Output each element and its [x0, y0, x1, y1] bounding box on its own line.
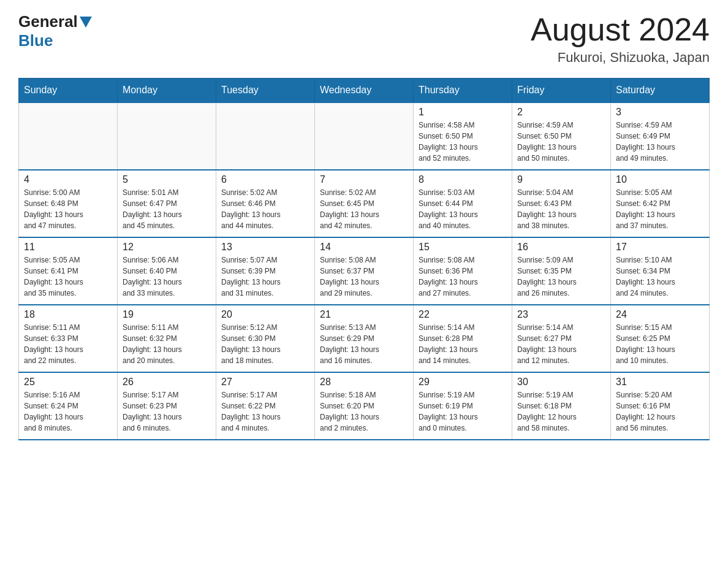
day-number: 23 [517, 309, 605, 320]
calendar-cell: 5Sunrise: 5:01 AM Sunset: 6:47 PM Daylig… [118, 170, 216, 237]
calendar-header-tuesday: Tuesday [216, 79, 315, 103]
day-info: Sunrise: 5:16 AM Sunset: 6:24 PM Dayligh… [24, 389, 112, 434]
day-number: 16 [517, 242, 605, 253]
day-number: 4 [24, 174, 112, 185]
calendar-cell: 1Sunrise: 4:58 AM Sunset: 6:50 PM Daylig… [414, 102, 512, 170]
day-number: 8 [419, 174, 507, 185]
day-number: 19 [123, 309, 211, 320]
calendar-cell: 16Sunrise: 5:09 AM Sunset: 6:35 PM Dayli… [512, 237, 611, 305]
calendar-cell: 13Sunrise: 5:07 AM Sunset: 6:39 PM Dayli… [216, 237, 315, 305]
calendar-header-row: SundayMondayTuesdayWednesdayThursdayFrid… [19, 79, 710, 103]
day-info: Sunrise: 5:20 AM Sunset: 6:16 PM Dayligh… [616, 389, 704, 434]
day-number: 11 [24, 242, 112, 253]
day-info: Sunrise: 5:14 AM Sunset: 6:27 PM Dayligh… [517, 322, 605, 366]
calendar-cell: 29Sunrise: 5:19 AM Sunset: 6:19 PM Dayli… [414, 372, 512, 440]
calendar-cell [315, 102, 414, 170]
calendar-cell: 30Sunrise: 5:19 AM Sunset: 6:18 PM Dayli… [512, 372, 611, 440]
calendar-cell: 25Sunrise: 5:16 AM Sunset: 6:24 PM Dayli… [19, 372, 118, 440]
calendar-week-1: 1Sunrise: 4:58 AM Sunset: 6:50 PM Daylig… [19, 102, 710, 170]
day-info: Sunrise: 5:17 AM Sunset: 6:23 PM Dayligh… [123, 389, 211, 434]
day-number: 10 [616, 174, 704, 185]
day-info: Sunrise: 5:14 AM Sunset: 6:28 PM Dayligh… [419, 322, 507, 366]
calendar-cell: 7Sunrise: 5:02 AM Sunset: 6:45 PM Daylig… [315, 170, 414, 237]
day-info: Sunrise: 5:06 AM Sunset: 6:40 PM Dayligh… [123, 255, 211, 299]
day-number: 20 [221, 309, 309, 320]
day-number: 13 [221, 242, 309, 253]
day-info: Sunrise: 5:19 AM Sunset: 6:19 PM Dayligh… [419, 389, 507, 434]
day-info: Sunrise: 5:12 AM Sunset: 6:30 PM Dayligh… [221, 322, 309, 366]
day-info: Sunrise: 5:04 AM Sunset: 6:43 PM Dayligh… [517, 187, 605, 231]
calendar-cell: 11Sunrise: 5:05 AM Sunset: 6:41 PM Dayli… [19, 237, 118, 305]
day-number: 5 [123, 174, 211, 185]
calendar-cell: 6Sunrise: 5:02 AM Sunset: 6:46 PM Daylig… [216, 170, 315, 237]
day-info: Sunrise: 4:58 AM Sunset: 6:50 PM Dayligh… [419, 120, 507, 164]
day-number: 25 [24, 377, 112, 388]
day-number: 2 [517, 107, 605, 118]
day-info: Sunrise: 5:15 AM Sunset: 6:25 PM Dayligh… [616, 322, 704, 366]
calendar-cell: 8Sunrise: 5:03 AM Sunset: 6:44 PM Daylig… [414, 170, 512, 237]
calendar-table: SundayMondayTuesdayWednesdayThursdayFrid… [18, 78, 710, 440]
day-number: 24 [616, 309, 704, 320]
day-info: Sunrise: 5:11 AM Sunset: 6:33 PM Dayligh… [24, 322, 112, 366]
day-number: 28 [320, 377, 408, 388]
calendar-cell [216, 102, 315, 170]
calendar-cell: 24Sunrise: 5:15 AM Sunset: 6:25 PM Dayli… [611, 305, 710, 372]
calendar-cell: 22Sunrise: 5:14 AM Sunset: 6:28 PM Dayli… [414, 305, 512, 372]
day-number: 21 [320, 309, 408, 320]
calendar-cell: 14Sunrise: 5:08 AM Sunset: 6:37 PM Dayli… [315, 237, 414, 305]
day-number: 17 [616, 242, 704, 253]
day-info: Sunrise: 5:05 AM Sunset: 6:41 PM Dayligh… [24, 255, 112, 299]
calendar-cell: 15Sunrise: 5:08 AM Sunset: 6:36 PM Dayli… [414, 237, 512, 305]
calendar-week-2: 4Sunrise: 5:00 AM Sunset: 6:48 PM Daylig… [19, 170, 710, 237]
calendar-cell: 31Sunrise: 5:20 AM Sunset: 6:16 PM Dayli… [611, 372, 710, 440]
day-number: 1 [419, 107, 507, 118]
day-info: Sunrise: 5:13 AM Sunset: 6:29 PM Dayligh… [320, 322, 408, 366]
day-number: 18 [24, 309, 112, 320]
calendar-cell: 27Sunrise: 5:17 AM Sunset: 6:22 PM Dayli… [216, 372, 315, 440]
calendar-cell: 9Sunrise: 5:04 AM Sunset: 6:43 PM Daylig… [512, 170, 611, 237]
calendar-cell: 26Sunrise: 5:17 AM Sunset: 6:23 PM Dayli… [118, 372, 216, 440]
logo-triangle-icon [80, 17, 92, 28]
day-number: 30 [517, 377, 605, 388]
calendar-cell: 19Sunrise: 5:11 AM Sunset: 6:32 PM Dayli… [118, 305, 216, 372]
calendar-cell: 10Sunrise: 5:05 AM Sunset: 6:42 PM Dayli… [611, 170, 710, 237]
day-info: Sunrise: 5:10 AM Sunset: 6:34 PM Dayligh… [616, 255, 704, 299]
day-info: Sunrise: 4:59 AM Sunset: 6:50 PM Dayligh… [517, 120, 605, 164]
calendar-cell: 23Sunrise: 5:14 AM Sunset: 6:27 PM Dayli… [512, 305, 611, 372]
calendar-cell: 20Sunrise: 5:12 AM Sunset: 6:30 PM Dayli… [216, 305, 315, 372]
day-number: 9 [517, 174, 605, 185]
calendar-header-thursday: Thursday [414, 79, 512, 103]
day-number: 15 [419, 242, 507, 253]
day-number: 14 [320, 242, 408, 253]
calendar-cell: 12Sunrise: 5:06 AM Sunset: 6:40 PM Dayli… [118, 237, 216, 305]
day-number: 27 [221, 377, 309, 388]
calendar-week-5: 25Sunrise: 5:16 AM Sunset: 6:24 PM Dayli… [19, 372, 710, 440]
day-info: Sunrise: 5:19 AM Sunset: 6:18 PM Dayligh… [517, 389, 605, 434]
calendar-week-4: 18Sunrise: 5:11 AM Sunset: 6:33 PM Dayli… [19, 305, 710, 372]
day-number: 7 [320, 174, 408, 185]
day-info: Sunrise: 4:59 AM Sunset: 6:49 PM Dayligh… [616, 120, 704, 164]
calendar-cell: 3Sunrise: 4:59 AM Sunset: 6:49 PM Daylig… [611, 102, 710, 170]
day-info: Sunrise: 5:00 AM Sunset: 6:48 PM Dayligh… [24, 187, 112, 231]
logo-general-text: General [18, 12, 78, 31]
calendar-cell [118, 102, 216, 170]
calendar-cell: 18Sunrise: 5:11 AM Sunset: 6:33 PM Dayli… [19, 305, 118, 372]
day-info: Sunrise: 5:07 AM Sunset: 6:39 PM Dayligh… [221, 255, 309, 299]
calendar-cell: 17Sunrise: 5:10 AM Sunset: 6:34 PM Dayli… [611, 237, 710, 305]
calendar-cell [19, 102, 118, 170]
main-title: August 2024 [531, 12, 710, 47]
calendar-header-wednesday: Wednesday [315, 79, 414, 103]
day-number: 22 [419, 309, 507, 320]
day-number: 3 [616, 107, 704, 118]
calendar-header-monday: Monday [118, 79, 216, 103]
calendar-cell: 28Sunrise: 5:18 AM Sunset: 6:20 PM Dayli… [315, 372, 414, 440]
calendar-cell: 21Sunrise: 5:13 AM Sunset: 6:29 PM Dayli… [315, 305, 414, 372]
calendar-cell: 2Sunrise: 4:59 AM Sunset: 6:50 PM Daylig… [512, 102, 611, 170]
day-info: Sunrise: 5:09 AM Sunset: 6:35 PM Dayligh… [517, 255, 605, 299]
day-info: Sunrise: 5:08 AM Sunset: 6:37 PM Dayligh… [320, 255, 408, 299]
logo: General Blue [18, 12, 94, 50]
day-number: 6 [221, 174, 309, 185]
day-info: Sunrise: 5:18 AM Sunset: 6:20 PM Dayligh… [320, 389, 408, 434]
day-info: Sunrise: 5:08 AM Sunset: 6:36 PM Dayligh… [419, 255, 507, 299]
logo-blue-text: Blue [18, 31, 53, 50]
